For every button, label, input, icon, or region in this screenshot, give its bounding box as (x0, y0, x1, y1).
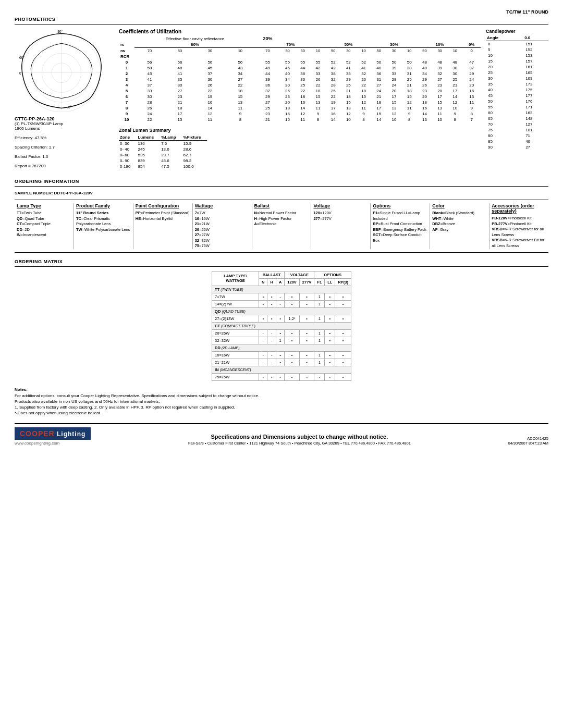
page-title-right: TC/TW 11" ROUND (506, 9, 548, 15)
coeff-row: 1504845434946444242414140393840393837 (119, 65, 481, 71)
notes-line: For additional options, consult your Coo… (15, 393, 548, 399)
coeff-row: 7282116132720161319151218151218151211 (119, 100, 481, 105)
fixture-lumens: 1800 Lumens (15, 126, 114, 131)
ordering-col-header: Accessories (order separately) (492, 203, 546, 214)
ordering-col: OptionsF1=Single Fused LL=Lamp IncludedR… (371, 203, 430, 249)
cp-row: 15157 (486, 58, 548, 64)
cp-row: 40175 (486, 87, 548, 93)
col-10: 10% (417, 42, 463, 48)
matrix-data-row: 26=26W --• •• 1•• (212, 329, 351, 337)
notes-line: 1. Supplied from factory with deep casti… (15, 404, 548, 410)
matrix-type-row: CT (COMPACT TRIPLE) (212, 322, 351, 329)
cp-row: 5152 (486, 47, 548, 53)
ordering-item: HE=Horizontal Eyelid (136, 216, 190, 222)
cp-row: 75101 (486, 127, 548, 133)
footer: COOPER Lighting www.cooperlighting.com S… (15, 423, 548, 446)
zonal-row: 0- 9083946.698.2 (119, 158, 207, 164)
diagram-area: 90° 60° 0° 30° CTTC-PP-26A-120 (1) PL-T/… (15, 29, 114, 169)
ordering-col-header: Wattage (195, 203, 250, 208)
ordering-col: Wattage7=7W16=16W21=21W26=26W27=27W32=32… (193, 203, 252, 249)
notes-line: *-Does not apply when using electronic b… (15, 410, 548, 416)
ordering-col: Voltage120=120V277=277V (311, 203, 371, 249)
coeff-row: 0565656565555555552525250505048484847 (119, 59, 481, 65)
coeff-title: Coefficients of Utilization (119, 29, 481, 34)
matrix-data-row: 21=21W --• •• 1•• (212, 359, 351, 366)
matrix-section: ORDERING MATRIX LAMP TYPE/WATTAGE BALLAS… (15, 259, 548, 381)
footer-center: Specifications and Dimensions subject to… (188, 434, 411, 446)
zonal-table: Zone Lumens %Lamp %Fixture 0- 301367.615… (119, 134, 207, 169)
notes-line: Products also available in non-US voltag… (15, 399, 548, 404)
logo-sub: www.cooperlighting.com (15, 441, 59, 446)
ordering-item: 26=26W (195, 227, 250, 233)
ordering-item: 75=75W (195, 243, 250, 249)
cp-row: 9027 (486, 144, 548, 150)
candlepower-title: Candlepower (486, 29, 548, 34)
rcr-label: RCR (119, 54, 481, 59)
zonal-row: 0-18085447.5100.0 (119, 164, 207, 169)
svg-text:90°: 90° (57, 30, 63, 33)
notes-title: Notes: (15, 387, 548, 392)
ordering-col-content: N=Normal Power FactorH=High Power Factor… (254, 211, 309, 227)
ordering-col-content: Blank=Black (Standard)WHT=WhiteDBZ=Bronz… (432, 211, 487, 232)
matrix-outer: LAMP TYPE/WATTAGE BALLAST VOLTAGE OPTION… (15, 271, 548, 381)
ordering-title: ORDERING INFORMATION (15, 179, 548, 184)
svg-text:60°: 60° (19, 56, 25, 59)
ordering-item: QD=Quad Tube (17, 216, 71, 222)
coeff-row: 5332722183226221825211824201823201716 (119, 88, 481, 94)
zonal-area: Zonal Lumen Summary Zone Lumens %Lamp %F… (119, 128, 481, 169)
matrix-table: LAMP TYPE/WATTAGE BALLAST VOLTAGE OPTION… (212, 271, 351, 381)
ordering-item: 277=277V (313, 216, 368, 222)
ordering-col-header: Product Family (76, 203, 131, 208)
ordering-section: ORDERING INFORMATION SAMPLE NUMBER: DDTC… (15, 179, 548, 253)
col-30: 30% (371, 42, 417, 48)
matrix-type-row: IN (INCANDESCENT) (212, 366, 351, 373)
ordering-item: N=Normal Power Factor (254, 211, 309, 216)
coeff-row: 3413530273934302632292631282529272524 (119, 77, 481, 82)
cp-row: 65148 (486, 116, 548, 121)
ordering-col: Product Family11" Round SeriesTC=Clear P… (74, 203, 133, 249)
fixture-spacing: Spacing Criterion: 1.7 (15, 145, 114, 150)
coeff-row: 9241712923161291612915129141198 (119, 111, 481, 117)
page: TC/TW 11" ROUND PHOTOMETRICS (0, 0, 563, 452)
zonal-col-lumens: Lumens (137, 134, 160, 141)
logo-box: COOPER Lighting (15, 427, 91, 440)
coeff-row: 4373026223630252228252227242126232120 (119, 82, 481, 88)
fixture-efficiency: Efficiency: 47.5% (15, 135, 114, 140)
ordering-item: TC=Clear Prismatic Polycarbonate Lens (76, 216, 131, 227)
ordering-item: DBZ=Bronze (432, 221, 487, 227)
ordering-grid: Lamp TypeTT=Twin TubeQD=Quad TubeCT=Comp… (15, 200, 548, 253)
coeff-row: 2454137344440363338353236333134323029 (119, 71, 481, 77)
eff-floor-label: Effective floor cavity reflectance (134, 35, 255, 42)
eff-floor-pct: 20% (255, 35, 280, 42)
fixture-info: CTTC-PP-26A-120 (1) PL-T/26W/30/4P Lamp … (15, 116, 114, 168)
ordering-item: 120=120V (313, 211, 368, 216)
ordering-item: Blank=Black (Standard) (432, 211, 487, 216)
footer-logo: COOPER Lighting www.cooperlighting.com (15, 427, 91, 446)
cp-row: 50176 (486, 98, 548, 104)
ordering-item: F1=Single Fused LL=Lamp Included (373, 211, 427, 221)
zonal-row: 0- 4024513.628.6 (119, 146, 207, 152)
ordering-col-header: Ballast (254, 203, 309, 208)
matrix-type-row: TT (TWIN TUBE) (212, 286, 351, 293)
cp-row: 8071 (486, 133, 548, 139)
matrix-data-row: 75=75W --- •- --• (212, 373, 351, 380)
ordering-col-content: PP=Perimeter Paint (Standard)HE=Horizont… (136, 211, 190, 221)
svg-text:30°: 30° (66, 105, 71, 109)
zonal-row: 0- 6053529.762.7 (119, 152, 207, 158)
ordering-item: SCT=Deep Surface Conduit Box (373, 232, 427, 243)
matrix-data-row: 7=7W ••- •• 1•• (212, 293, 351, 300)
ordering-col-content: 11" Round SeriesTC=Clear Prismatic Polyc… (76, 211, 131, 232)
ordering-col-content: TT=Twin TubeQD=Quad TubeCT=Compact Tripl… (17, 211, 71, 238)
polar-diagram: 90° 60° 0° 30° (15, 29, 108, 112)
page-header: TC/TW 11" ROUND (15, 9, 548, 15)
matrix-data-row: 14=(2)7W ••- •• 1•• (212, 300, 351, 307)
ordering-item: 32=32W (195, 238, 250, 244)
ordering-item: 16=16W (195, 216, 250, 222)
ordering-col-header: Options (373, 203, 427, 208)
matrix-type-row: DD (2D LAMP) (212, 344, 351, 351)
ordering-col-content: F1=Single Fused LL=Lamp IncludedRP=Rust … (373, 211, 427, 243)
matrix-data-row: 27=(2)13W ••• 1,2*• 1•• (212, 315, 351, 322)
cp-row: 30169 (486, 76, 548, 81)
fixture-model: CTTC-PP-26A-120 (15, 116, 114, 121)
candlepower-area: Candlepower Angle 0.0 015151521015315157… (486, 29, 548, 169)
